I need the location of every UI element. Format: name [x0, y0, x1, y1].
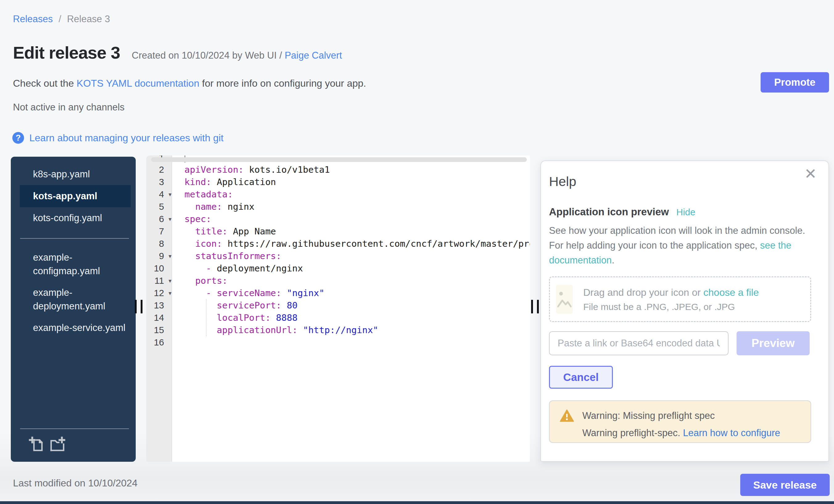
editor-line[interactable]: 2apiVersion: kots.io/v1beta1 [146, 163, 530, 176]
file-item[interactable]: example-service.yaml [11, 317, 136, 339]
file-item[interactable]: k8s-app.yaml [11, 163, 136, 185]
warning-body-text: Warning preflight-spec. [582, 428, 683, 438]
warning-configure-link[interactable]: Learn how to configure [683, 428, 780, 438]
editor-horizontal-scrollbar[interactable] [151, 157, 527, 162]
line-content: apiVersion: kots.io/v1beta1 [172, 165, 330, 175]
dropzone-text: Drag and drop your icon or [583, 287, 704, 298]
promote-button[interactable]: Promote [761, 72, 829, 92]
line-content: name: nginx [172, 201, 255, 212]
line-number: 8 [146, 238, 172, 249]
kots-yaml-docs-link[interactable]: KOTS YAML documentation [76, 78, 199, 89]
editor-line[interactable]: 6▾spec: [146, 213, 530, 225]
image-placeholder-icon [556, 285, 573, 314]
help-title: Help [549, 174, 811, 189]
docs-note-prefix: Check out the [13, 78, 76, 89]
editor-line[interactable]: 11▾ ports: [146, 275, 530, 287]
line-content: kind: Application [172, 177, 276, 187]
line-number: 3 [146, 177, 172, 187]
breadcrumb-separator: / [59, 14, 61, 24]
created-text: Created on 10/10/2024 by Web UI / Paige … [132, 50, 342, 61]
sidebar-resize-handle[interactable] [135, 300, 142, 313]
dropzone-hint: File must be a .PNG, .JPEG, or .JPG [583, 300, 759, 314]
fold-arrow-icon[interactable]: ▾ [169, 253, 172, 260]
new-file-icon[interactable] [28, 436, 45, 453]
line-number: 4▾ [146, 189, 172, 200]
created-label: Created on 10/10/2024 by Web UI / [132, 50, 282, 61]
line-content: - deployment/nginx [172, 263, 303, 273]
icon-url-input[interactable] [549, 331, 728, 355]
git-help-link[interactable]: ? Learn about managing your releases wit… [12, 132, 224, 144]
line-content: ports: [172, 276, 227, 286]
editor-line[interactable]: 10 - deployment/nginx [146, 262, 530, 275]
new-folder-icon[interactable] [49, 436, 66, 453]
preflight-warning: Warning: Missing preflight spec Warning … [549, 400, 811, 443]
docs-note: Check out the KOTS YAML documentation fo… [13, 78, 366, 89]
line-number: 16 [146, 337, 172, 348]
preview-button[interactable]: Preview [737, 331, 810, 355]
file-item[interactable]: example-configmap.yaml [11, 247, 136, 282]
sidebar-bottom [11, 429, 136, 462]
warning-body: Warning preflight-spec. Learn how to con… [582, 428, 802, 439]
line-content: icon: https://raw.githubusercontent.com/… [172, 238, 530, 249]
hide-link[interactable]: Hide [676, 207, 696, 217]
warning-triangle-icon [559, 409, 575, 423]
file-group-top: k8s-app.yamlkots-app.yamlkots-config.yam… [11, 157, 136, 229]
file-item[interactable]: example-deployment.yaml [11, 282, 136, 317]
file-item[interactable]: kots-config.yaml [11, 207, 136, 229]
line-number: 6▾ [146, 214, 172, 224]
cancel-button[interactable]: Cancel [549, 366, 613, 389]
line-number: 7 [146, 226, 172, 237]
description-period: . [612, 255, 614, 266]
docs-note-suffix: for more info on configuring your app. [199, 78, 366, 89]
editor-line[interactable]: 4▾metadata: [146, 188, 530, 200]
title-row: Edit release 3 Created on 10/10/2024 by … [13, 43, 342, 63]
editor-line[interactable]: 5 name: nginx [146, 200, 530, 213]
editor-line[interactable]: 15 applicationUrl: "http://nginx" [146, 324, 530, 336]
fold-arrow-icon[interactable]: ▾ [169, 191, 172, 198]
line-content: metadata: [172, 189, 233, 200]
channel-status: Not active in any channels [13, 102, 125, 113]
warning-title: Warning: Missing preflight spec [582, 410, 715, 421]
line-number: 14 [146, 312, 172, 323]
sidebar-bottom-divider [20, 429, 129, 429]
editor-line[interactable]: 3kind: Application [146, 176, 530, 188]
breadcrumb-current: Release 3 [67, 14, 110, 24]
file-tree-sidebar: k8s-app.yamlkots-app.yamlkots-config.yam… [11, 157, 136, 462]
line-content: statusInformers: [172, 251, 281, 261]
close-icon[interactable]: ✕ [805, 167, 817, 181]
fold-arrow-icon[interactable]: ▾ [169, 290, 172, 297]
line-content: applicationUrl: "http://nginx" [172, 325, 378, 335]
yaml-editor[interactable]: 1---2apiVersion: kots.io/v1beta13kind: A… [146, 155, 530, 462]
editor-line[interactable]: 12▾ - serviceName: "nginx" [146, 287, 530, 299]
line-content: localPort: 8888 [172, 312, 298, 323]
breadcrumb: Releases / Release 3 [13, 14, 110, 25]
fold-arrow-icon[interactable]: ▾ [169, 277, 172, 284]
editor-line[interactable]: 8 icon: https://raw.githubusercontent.co… [146, 238, 530, 250]
editor-line[interactable]: 7 title: App Name [146, 225, 530, 238]
line-number: 10 [146, 263, 172, 273]
editor-line[interactable]: 13 servicePort: 80 [146, 299, 530, 311]
file-item[interactable]: kots-app.yaml [20, 185, 131, 207]
line-number: 13 [146, 300, 172, 311]
line-number: 15 [146, 325, 172, 335]
icon-preview-description: See how your application icon will look … [549, 223, 814, 268]
line-content: servicePort: 80 [172, 300, 298, 311]
line-content: spec: [172, 214, 211, 224]
file-group-bottom: example-configmap.yamlexample-deployment… [11, 247, 136, 339]
author-link[interactable]: Paige Calvert [285, 50, 342, 61]
question-circle-icon: ? [12, 132, 24, 144]
file-group-divider [20, 238, 129, 239]
save-release-button[interactable]: Save release [740, 474, 830, 496]
line-number: 9▾ [146, 251, 172, 261]
editor-line[interactable]: 16 [146, 336, 530, 349]
choose-file-link[interactable]: choose a file [704, 287, 759, 298]
icon-dropzone[interactable]: Drag and drop your icon or choose a file… [549, 276, 811, 322]
editor-line[interactable]: 14 localPort: 8888 [146, 311, 530, 324]
fold-arrow-icon[interactable]: ▾ [169, 216, 172, 223]
line-content: title: App Name [172, 226, 276, 237]
line-content: - serviceName: "nginx" [172, 288, 325, 298]
help-resize-handle[interactable] [531, 300, 539, 313]
editor-line[interactable]: 9▾ statusInformers: [146, 250, 530, 262]
code-rows: 1---2apiVersion: kots.io/v1beta13kind: A… [146, 155, 530, 349]
breadcrumb-releases-link[interactable]: Releases [13, 14, 53, 24]
